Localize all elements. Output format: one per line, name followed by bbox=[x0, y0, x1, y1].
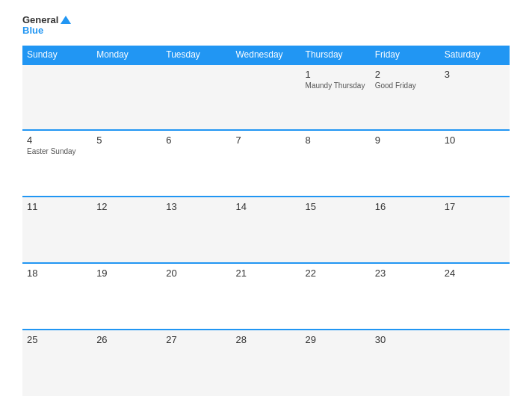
day-number: 14 bbox=[235, 201, 296, 212]
calendar-cell: 18 bbox=[22, 263, 92, 330]
day-number: 19 bbox=[96, 268, 157, 279]
day-number: 21 bbox=[235, 268, 296, 279]
day-number: 16 bbox=[375, 201, 436, 212]
day-number: 12 bbox=[96, 201, 157, 212]
holiday-label: Easter Sunday bbox=[27, 147, 87, 155]
day-number: 18 bbox=[27, 268, 87, 279]
calendar-cell: 15 bbox=[301, 197, 371, 263]
day-number: 17 bbox=[445, 201, 505, 212]
calendar-cell: 26 bbox=[92, 330, 161, 396]
day-number: 11 bbox=[27, 201, 87, 212]
calendar-cell: 23 bbox=[371, 263, 440, 330]
calendar-cell: 16 bbox=[371, 197, 440, 263]
week-row-3: 11121314151617 bbox=[22, 197, 510, 263]
calendar-cell: 11 bbox=[22, 197, 92, 263]
calendar-cell bbox=[92, 64, 161, 131]
day-number: 15 bbox=[306, 201, 366, 212]
weekday-header-thursday: Thursday bbox=[301, 46, 371, 64]
calendar-cell: 17 bbox=[440, 197, 510, 263]
weekday-header-wednesday: Wednesday bbox=[231, 46, 300, 64]
calendar-cell: 29 bbox=[301, 330, 371, 396]
day-number: 7 bbox=[235, 135, 296, 146]
calendar-cell: 8 bbox=[301, 130, 371, 197]
day-number: 29 bbox=[306, 334, 366, 345]
header: General Blue bbox=[22, 15, 510, 37]
day-number: 8 bbox=[306, 135, 366, 146]
calendar-cell: 7 bbox=[231, 130, 300, 197]
calendar-cell bbox=[231, 64, 300, 131]
day-number: 1 bbox=[306, 69, 366, 80]
calendar-cell: 2Good Friday bbox=[371, 64, 440, 131]
logo-general: General bbox=[22, 15, 71, 25]
calendar-cell: 13 bbox=[161, 197, 231, 263]
calendar-cell: 12 bbox=[92, 197, 161, 263]
calendar-cell: 21 bbox=[231, 263, 300, 330]
calendar-cell: 3 bbox=[440, 64, 510, 131]
day-number: 3 bbox=[445, 69, 505, 80]
weekday-header-monday: Monday bbox=[92, 46, 161, 64]
calendar-cell: 4Easter Sunday bbox=[22, 130, 92, 197]
weekday-header-tuesday: Tuesday bbox=[161, 46, 231, 64]
day-number: 5 bbox=[96, 135, 157, 146]
calendar-cell: 5 bbox=[92, 130, 161, 197]
day-number: 2 bbox=[375, 69, 436, 80]
calendar-cell: 6 bbox=[161, 130, 231, 197]
calendar-cell: 22 bbox=[301, 263, 371, 330]
day-number: 10 bbox=[445, 135, 505, 146]
calendar-cell: 1Maundy Thursday bbox=[301, 64, 371, 131]
week-row-1: 1Maundy Thursday2Good Friday3 bbox=[22, 64, 510, 131]
day-number: 9 bbox=[375, 135, 436, 146]
calendar-cell: 27 bbox=[161, 330, 231, 396]
calendar-page: General Blue SundayMondayTuesdayWednesda… bbox=[0, 0, 532, 411]
logo-blue: Blue bbox=[22, 25, 71, 36]
calendar-cell: 30 bbox=[371, 330, 440, 396]
holiday-label: Maundy Thursday bbox=[306, 81, 366, 90]
day-number: 22 bbox=[306, 268, 366, 279]
day-number: 30 bbox=[375, 334, 436, 345]
calendar-cell: 20 bbox=[161, 263, 231, 330]
weekday-header-sunday: Sunday bbox=[22, 46, 92, 64]
week-row-4: 18192021222324 bbox=[22, 263, 510, 330]
calendar-cell bbox=[161, 64, 231, 131]
logo: General Blue bbox=[22, 15, 71, 37]
weekday-header-saturday: Saturday bbox=[440, 46, 510, 64]
day-number: 24 bbox=[445, 268, 505, 279]
day-number: 23 bbox=[375, 268, 436, 279]
weekday-header-row: SundayMondayTuesdayWednesdayThursdayFrid… bbox=[22, 46, 510, 64]
calendar-cell: 28 bbox=[231, 330, 300, 396]
calendar-cell: 10 bbox=[440, 130, 510, 197]
calendar-cell: 14 bbox=[231, 197, 300, 263]
day-number: 26 bbox=[96, 334, 157, 345]
calendar-cell bbox=[440, 330, 510, 396]
week-row-2: 4Easter Sunday5678910 bbox=[22, 130, 510, 197]
day-number: 20 bbox=[166, 268, 226, 279]
calendar-cell: 24 bbox=[440, 263, 510, 330]
day-number: 28 bbox=[235, 334, 296, 345]
day-number: 6 bbox=[166, 135, 226, 146]
calendar-cell: 19 bbox=[92, 263, 161, 330]
weekday-header-friday: Friday bbox=[371, 46, 440, 64]
calendar-cell: 25 bbox=[22, 330, 92, 396]
calendar-cell bbox=[22, 64, 92, 131]
day-number: 27 bbox=[166, 334, 226, 345]
day-number: 25 bbox=[27, 334, 87, 345]
calendar-cell: 9 bbox=[371, 130, 440, 197]
calendar-table: SundayMondayTuesdayWednesdayThursdayFrid… bbox=[22, 46, 510, 396]
holiday-label: Good Friday bbox=[375, 81, 436, 90]
day-number: 13 bbox=[166, 201, 226, 212]
logo-triangle-icon bbox=[61, 16, 71, 24]
day-number: 4 bbox=[27, 135, 87, 146]
week-row-5: 252627282930 bbox=[22, 330, 510, 396]
